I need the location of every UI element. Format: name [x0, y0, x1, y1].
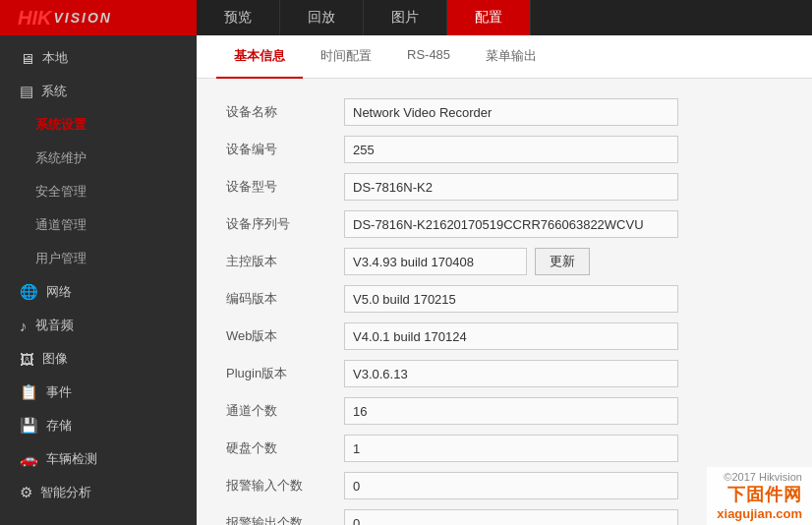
- input-hdd-count: [344, 435, 678, 462]
- image-icon: 🖼: [20, 351, 34, 368]
- watermark: 下固件网: [717, 483, 802, 506]
- input-device-name[interactable]: [344, 98, 678, 126]
- sidebar-label-event: 事件: [46, 383, 72, 401]
- tab-time[interactable]: 时间配置: [303, 35, 389, 79]
- tab-basic[interactable]: 基本信息: [216, 35, 303, 79]
- sidebar-section-main: 🖥 本地 ▤ 系统 系统设置 系统维护 安全管理 通道管理 用户管理: [0, 35, 197, 515]
- copyright: ©2017 Hikvision: [717, 471, 802, 483]
- label-alarm-out: 报警输出个数: [226, 514, 344, 525]
- sidebar-label-smart: 智能分析: [40, 484, 91, 501]
- input-channel-count: [344, 397, 678, 425]
- input-device-no[interactable]: [344, 136, 678, 163]
- system-icon: ▤: [20, 83, 33, 100]
- label-alarm-in: 报警输入个数: [226, 477, 344, 495]
- monitor-icon: 🖥: [20, 50, 34, 67]
- sidebar-item-network[interactable]: 🌐 网络: [0, 275, 197, 309]
- sidebar-item-image[interactable]: 🖼 图像: [0, 342, 197, 376]
- row-alarm-in: 报警输入个数: [226, 472, 783, 499]
- sidebar-label-system-settings: 系统设置: [35, 116, 87, 134]
- sidebar-label-audio-video: 视音频: [35, 317, 74, 334]
- sidebar-label-vehicle: 车辆检测: [46, 450, 97, 468]
- label-device-model: 设备型号: [226, 178, 344, 196]
- sidebar-label-channel: 通道管理: [35, 216, 87, 234]
- row-device-no: 设备编号: [226, 136, 783, 163]
- tabs: 基本信息 时间配置 RS-485 菜单输出: [197, 35, 812, 79]
- input-main-version: [344, 248, 527, 275]
- storage-icon: 💾: [20, 417, 38, 435]
- form-content: 设备名称 设备编号 设备型号 设备序列号 主控版本: [197, 79, 812, 525]
- sidebar-label-user: 用户管理: [35, 250, 87, 267]
- nav-preview[interactable]: 预览: [197, 0, 280, 35]
- label-encode-version: 编码版本: [226, 290, 344, 308]
- row-main-version: 主控版本 更新: [226, 248, 783, 275]
- sidebar-item-system[interactable]: ▤ 系统: [0, 75, 197, 108]
- sidebar-item-event[interactable]: 📋 事件: [0, 376, 197, 409]
- nav-items: 预览 回放 图片 配置: [197, 0, 812, 35]
- label-hdd-count: 硬盘个数: [226, 439, 344, 457]
- update-button[interactable]: 更新: [535, 248, 590, 275]
- row-hdd-count: 硬盘个数: [226, 435, 783, 462]
- label-device-no: 设备编号: [226, 141, 344, 158]
- input-device-model: [344, 173, 678, 201]
- input-alarm-out: [344, 509, 678, 525]
- label-web-version: Web版本: [226, 327, 344, 345]
- row-device-name: 设备名称: [226, 98, 783, 126]
- sidebar-label-security: 安全管理: [35, 183, 87, 201]
- sidebar-item-channel[interactable]: 通道管理: [0, 208, 197, 242]
- label-main-version: 主控版本: [226, 253, 344, 270]
- sidebar-label-system: 系统: [41, 83, 67, 100]
- row-alarm-out: 报警输出个数: [226, 509, 783, 525]
- input-web-version: [344, 322, 678, 350]
- vehicle-icon: 🚗: [20, 450, 38, 468]
- sidebar-item-system-maintain[interactable]: 系统维护: [0, 142, 197, 175]
- sidebar-item-smart[interactable]: ⚙ 智能分析: [0, 476, 197, 509]
- main-content: 基本信息 时间配置 RS-485 菜单输出 设备名称 设备编号 设备型号: [197, 35, 812, 525]
- sidebar-label-local: 本地: [42, 49, 68, 67]
- audio-icon: ♪: [20, 318, 28, 334]
- input-plugin-version: [344, 360, 678, 387]
- input-alarm-in: [344, 472, 678, 499]
- footer: ©2017 Hikvision 下固件网 xiagujian.com: [707, 467, 812, 525]
- row-device-serial: 设备序列号: [226, 210, 783, 238]
- sidebar-item-local[interactable]: 🖥 本地: [0, 41, 197, 75]
- smart-icon: ⚙: [20, 484, 32, 501]
- input-encode-version: [344, 285, 678, 313]
- event-icon: 📋: [20, 383, 38, 401]
- row-encode-version: 编码版本: [226, 285, 783, 313]
- nav-picture[interactable]: 图片: [364, 0, 447, 35]
- label-plugin-version: Plugin版本: [226, 365, 344, 382]
- sidebar-item-system-settings[interactable]: 系统设置: [0, 108, 197, 142]
- top-nav: HIK VISION 预览 回放 图片 配置: [0, 0, 812, 35]
- watermark2: xiagujian.com: [717, 506, 802, 521]
- sidebar-item-user[interactable]: 用户管理: [0, 242, 197, 275]
- sidebar-item-storage[interactable]: 💾 存储: [0, 409, 197, 442]
- layout: 🖥 本地 ▤ 系统 系统设置 系统维护 安全管理 通道管理 用户管理: [0, 35, 812, 525]
- label-device-serial: 设备序列号: [226, 215, 344, 233]
- row-device-model: 设备型号: [226, 173, 783, 201]
- row-channel-count: 通道个数: [226, 397, 783, 425]
- sidebar-label-system-maintain: 系统维护: [35, 149, 87, 167]
- sidebar-item-audio-video[interactable]: ♪ 视音频: [0, 309, 197, 342]
- label-channel-count: 通道个数: [226, 402, 344, 420]
- row-plugin-version: Plugin版本: [226, 360, 783, 387]
- input-device-serial: [344, 210, 678, 238]
- sidebar-label-storage: 存储: [46, 417, 72, 435]
- tab-rs485[interactable]: RS-485: [389, 35, 468, 79]
- sidebar: 🖥 本地 ▤ 系统 系统设置 系统维护 安全管理 通道管理 用户管理: [0, 35, 197, 525]
- nav-playback[interactable]: 回放: [280, 0, 364, 35]
- main-version-group: 更新: [344, 248, 590, 275]
- sidebar-item-security[interactable]: 安全管理: [0, 175, 197, 208]
- tab-alarm-output[interactable]: 菜单输出: [468, 35, 554, 79]
- sidebar-label-image: 图像: [42, 350, 68, 368]
- logo-hik: HIK: [18, 7, 51, 29]
- logo-vision: VISION: [53, 10, 111, 26]
- logo: HIK VISION: [0, 0, 197, 35]
- sidebar-item-vehicle[interactable]: 🚗 车辆检测: [0, 442, 197, 476]
- nav-config[interactable]: 配置: [447, 0, 531, 35]
- row-web-version: Web版本: [226, 322, 783, 350]
- label-device-name: 设备名称: [226, 103, 344, 121]
- network-icon: 🌐: [20, 283, 38, 301]
- sidebar-label-network: 网络: [46, 283, 72, 301]
